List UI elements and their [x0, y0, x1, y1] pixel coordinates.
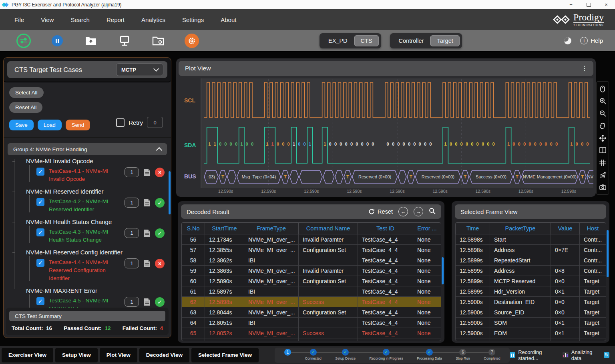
frame-row[interactable]: 12.5899sHdr_Version0×1Target [456, 286, 606, 297]
frame-row[interactable]: 12.5899sMCTP Reserved0×0Target [456, 276, 606, 286]
chart-icon[interactable] [599, 171, 606, 178]
decoded-scrollbar[interactable] [442, 257, 444, 284]
next-frame-icon[interactable]: → [414, 207, 423, 216]
decoded-row[interactable]: 5912.3863sNVMe_MI_over_...Invalid Paramt… [182, 266, 441, 276]
retry-checkbox[interactable] [116, 118, 125, 127]
view-tab-exerciser-view[interactable]: Exerciser View [2, 348, 53, 362]
frame-scrollbar[interactable] [607, 230, 609, 277]
folder-location-icon[interactable] [151, 33, 166, 48]
kebab-menu-icon[interactable]: ⋮ [581, 67, 587, 70]
load-button[interactable]: Load [38, 120, 62, 130]
column-header[interactable]: S.No [182, 223, 205, 234]
camera-icon[interactable] [599, 184, 606, 191]
zoom-in-icon[interactable] [599, 98, 606, 105]
decoded-row[interactable]: 5812.3862sIBITestCase_4_4None [182, 255, 441, 266]
view-tab-plot-view[interactable]: Plot View [100, 348, 137, 362]
decoded-row[interactable]: 6112.5897sIBITestCase_4_4None [182, 286, 441, 297]
column-header[interactable]: Test ID [358, 223, 413, 234]
select-all-button[interactable]: Select All [9, 87, 44, 98]
decoded-row[interactable]: 6012.5890sNVMe_MI_over_...Configuration … [182, 276, 441, 286]
iteration-count-input[interactable]: 1 [125, 228, 139, 238]
exerciser-flow-icon[interactable] [16, 33, 31, 48]
frame-row[interactable]: 12.5900sPacket_Seq0×0Target [456, 338, 606, 342]
tree-scrollbar[interactable] [169, 171, 171, 214]
test-case-row[interactable]: ✓TestCase-4.1 - NVMe-MI Invalid Opcode1× [12, 167, 169, 183]
column-header[interactable]: StartTime [205, 223, 244, 234]
toggle-option-ex_pd[interactable]: EX_PD [322, 35, 354, 46]
column-header[interactable]: Command Name [299, 223, 358, 234]
iteration-count-input[interactable]: 1 [125, 198, 139, 208]
report-doc-icon[interactable] [143, 168, 151, 177]
theme-moon-icon[interactable] [564, 37, 571, 44]
reset-button[interactable]: Reset [368, 208, 393, 215]
column-header[interactable]: Host [580, 223, 606, 234]
frame-row[interactable]: 12.5899sRepeatedStartContr... [456, 255, 606, 266]
test-parent-label[interactable]: NVMe-MI Invalid Opcode [12, 158, 169, 164]
frame-row[interactable]: 12.5899sAddress0×8Contr... [456, 266, 606, 276]
mouse-pointer-icon[interactable] [599, 85, 606, 92]
zoom-out-icon[interactable] [599, 110, 606, 117]
checkbox-checked[interactable]: ✓ [36, 297, 44, 305]
toggle-option-controller[interactable]: Controller [392, 35, 430, 46]
pause-icon[interactable] [50, 33, 65, 48]
role-toggle[interactable]: ControllerTarget [390, 33, 462, 48]
folder-export-icon[interactable] [83, 33, 98, 48]
test-parent-label[interactable]: NVMe-MI Health Status Change [12, 218, 169, 225]
decoded-row[interactable]: 6312.8044sNVMe_MI_over_...Configuration … [182, 307, 441, 318]
menu-item-report[interactable]: Report [107, 16, 125, 23]
iteration-count-input[interactable]: 1 [125, 297, 139, 307]
device-monitor-icon[interactable] [117, 33, 132, 48]
test-case-row[interactable]: ✓TestCase-4.2 - NVMe-MI Reserved Identif… [12, 198, 169, 213]
decoded-row[interactable]: 6512.8052sNVMe_MI_over_...SuccessTestCas… [182, 328, 441, 338]
report-doc-icon[interactable] [143, 259, 151, 268]
pan-hand-icon[interactable] [599, 122, 606, 129]
report-doc-icon[interactable] [143, 228, 151, 238]
reset-all-button[interactable]: Reset All [9, 102, 42, 113]
column-header[interactable]: PacketType [490, 223, 551, 234]
waveform-plot[interactable]: SCLSDABUS1100001001100010011000000000000… [179, 78, 593, 198]
retry-count-input[interactable] [147, 117, 163, 128]
prev-frame-icon[interactable]: ← [398, 207, 408, 216]
settings-gear-icon[interactable] [184, 33, 199, 48]
test-parent-label[interactable]: NVMe-MI Reserved Identifier [12, 188, 169, 195]
menu-item-view[interactable]: View [41, 16, 54, 23]
help-button[interactable]: i Help [580, 37, 603, 44]
checkbox-checked[interactable]: ✓ [36, 198, 44, 206]
test-parent-label[interactable]: NVMe-MI MAXRENT Error [12, 287, 169, 294]
column-header[interactable]: Time [456, 223, 490, 234]
close-icon[interactable]: × [597, 0, 615, 9]
group-header[interactable]: Group 4: NVMe Error Handling [8, 143, 167, 155]
menu-item-search[interactable]: Search [70, 16, 90, 23]
menu-item-analytics[interactable]: Analytics [141, 16, 165, 23]
decoded-row[interactable]: 6613.0192sNVMe_MI_over_Configuration Set… [182, 338, 441, 342]
column-header[interactable]: FrameType [244, 223, 299, 234]
menu-item-settings[interactable]: Settings [182, 16, 204, 23]
minimize-icon[interactable]: − [562, 0, 580, 9]
iteration-count-input[interactable]: 1 [125, 167, 139, 177]
search-icon[interactable] [429, 208, 436, 216]
frame-row[interactable]: 12.5900sEOM0×1Target [456, 328, 606, 338]
checkbox-checked[interactable]: ✓ [36, 228, 44, 236]
checkbox-checked[interactable]: ✓ [36, 168, 44, 176]
decoded-row[interactable]: 5612.1734sNVMe_MI_over_...Invalid Paramt… [182, 234, 441, 245]
protocol-dropdown[interactable]: MCTP [116, 63, 163, 76]
grid-icon[interactable] [599, 159, 606, 166]
menu-item-file[interactable]: File [14, 16, 24, 23]
view-tab-setup-view[interactable]: Setup View [55, 348, 98, 362]
test-parent-label[interactable]: NVMe-MI Reserved Config Identifier [12, 249, 169, 256]
move-icon[interactable] [599, 134, 606, 142]
decoded-row[interactable]: 6412.8051sIBITestCase_4_4None [182, 318, 441, 328]
column-header[interactable]: Value [551, 223, 580, 234]
toggle-option-target[interactable]: Target [430, 35, 459, 46]
checkbox-checked[interactable]: ✓ [36, 259, 44, 267]
decoded-row[interactable]: 6212.5898sNVMe_MI_over_...SuccessTestCas… [182, 297, 441, 307]
mode-toggle[interactable]: EX_PDCTS [320, 33, 381, 48]
decoded-row[interactable]: 5712.3855sNVMe_MI_over_...Configuration … [182, 245, 441, 255]
report-doc-icon[interactable] [143, 198, 151, 208]
iteration-count-input[interactable]: 1 [125, 258, 139, 268]
save-button[interactable]: Save [9, 120, 34, 130]
frame-row[interactable]: 12.5900sSource_EID0×0Target [456, 307, 606, 318]
test-case-row[interactable]: ✓TestCase-4.4 - NVMe-MI Reserved Configu… [12, 258, 169, 282]
maximize-icon[interactable] [580, 0, 597, 9]
view-tab-decoded-view[interactable]: Decoded View [139, 348, 189, 362]
